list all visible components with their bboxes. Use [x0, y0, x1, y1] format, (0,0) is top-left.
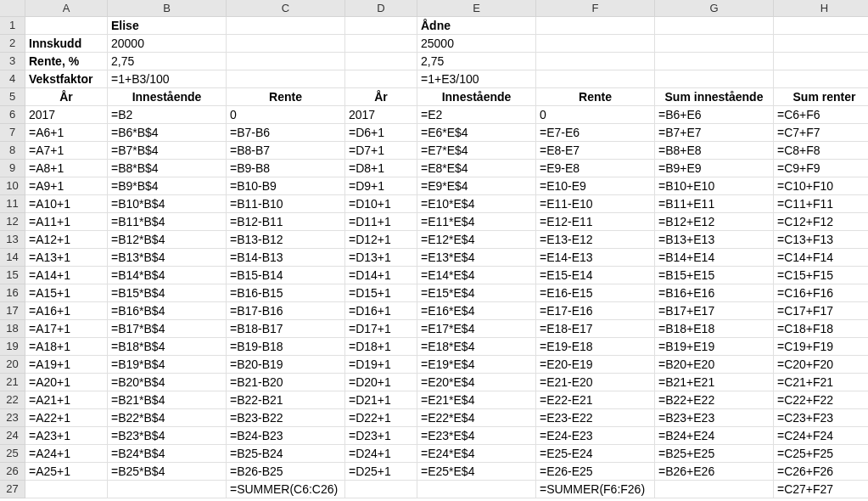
- cell-H23[interactable]: =C23+F23: [774, 409, 868, 427]
- cell-F19[interactable]: =E19-E18: [536, 338, 655, 356]
- cell-B27[interactable]: [108, 481, 227, 498]
- cell-F26[interactable]: =E26-E25: [536, 463, 655, 481]
- row-header-7[interactable]: 7: [0, 124, 25, 142]
- cell-G11[interactable]: =B11+E11: [655, 195, 774, 213]
- cell-H24[interactable]: =C24+F24: [774, 427, 868, 445]
- cell-H14[interactable]: =C14+F14: [774, 249, 868, 267]
- cell-E16[interactable]: =E15*E$4: [417, 284, 536, 302]
- row-header-26[interactable]: 26: [0, 463, 25, 481]
- cell-A6[interactable]: 2017: [25, 106, 108, 124]
- cell-F11[interactable]: =E11-E10: [536, 195, 655, 213]
- cell-E24[interactable]: =E23*E$4: [417, 427, 536, 445]
- row-header-18[interactable]: 18: [0, 320, 25, 338]
- cell-H15[interactable]: =C15+F15: [774, 267, 868, 284]
- cell-F1[interactable]: [536, 17, 655, 35]
- cell-D27[interactable]: [345, 481, 417, 498]
- cell-B11[interactable]: =B10*B$4: [108, 195, 227, 213]
- cell-C1[interactable]: [227, 17, 345, 35]
- cell-D6[interactable]: 2017: [345, 106, 417, 124]
- cell-A4[interactable]: Vekstfaktor: [25, 70, 108, 88]
- cell-G9[interactable]: =B9+E9: [655, 160, 774, 177]
- cell-G22[interactable]: =B22+E22: [655, 391, 774, 409]
- cell-H9[interactable]: =C9+F9: [774, 160, 868, 177]
- row-header-1[interactable]: 1: [0, 17, 25, 35]
- row-header-3[interactable]: 3: [0, 53, 25, 70]
- cell-B10[interactable]: =B9*B$4: [108, 177, 227, 195]
- cell-D2[interactable]: [345, 35, 417, 53]
- cell-D3[interactable]: [345, 53, 417, 70]
- row-header-25[interactable]: 25: [0, 445, 25, 463]
- cell-B2[interactable]: 20000: [108, 35, 227, 53]
- cell-C24[interactable]: =B24-B23: [227, 427, 345, 445]
- cell-D18[interactable]: =D17+1: [345, 320, 417, 338]
- cell-B15[interactable]: =B14*B$4: [108, 267, 227, 284]
- cell-H11[interactable]: =C11+F11: [774, 195, 868, 213]
- cell-C20[interactable]: =B20-B19: [227, 356, 345, 374]
- cell-A26[interactable]: =A25+1: [25, 463, 108, 481]
- cell-H10[interactable]: =C10+F10: [774, 177, 868, 195]
- cell-A8[interactable]: =A7+1: [25, 142, 108, 160]
- cell-C19[interactable]: =B19-B18: [227, 338, 345, 356]
- cell-C25[interactable]: =B25-B24: [227, 445, 345, 463]
- cell-E13[interactable]: =E12*E$4: [417, 231, 536, 249]
- cell-A16[interactable]: =A15+1: [25, 284, 108, 302]
- cell-E8[interactable]: =E7*E$4: [417, 142, 536, 160]
- cell-F12[interactable]: =E12-E11: [536, 213, 655, 231]
- cell-B14[interactable]: =B13*B$4: [108, 249, 227, 267]
- cell-E1[interactable]: Ådne: [417, 17, 536, 35]
- cell-D13[interactable]: =D12+1: [345, 231, 417, 249]
- cell-H5[interactable]: Sum renter: [774, 88, 868, 106]
- cell-G20[interactable]: =B20+E20: [655, 356, 774, 374]
- cell-H20[interactable]: =C20+F20: [774, 356, 868, 374]
- cell-G23[interactable]: =B23+E23: [655, 409, 774, 427]
- cell-C9[interactable]: =B9-B8: [227, 160, 345, 177]
- cell-F14[interactable]: =E14-E13: [536, 249, 655, 267]
- cell-C16[interactable]: =B16-B15: [227, 284, 345, 302]
- col-header-C[interactable]: C: [227, 0, 345, 17]
- row-header-23[interactable]: 23: [0, 409, 25, 427]
- cell-E15[interactable]: =E14*E$4: [417, 267, 536, 284]
- cell-E22[interactable]: =E21*E$4: [417, 391, 536, 409]
- cell-G21[interactable]: =B21+E21: [655, 374, 774, 391]
- cell-B13[interactable]: =B12*B$4: [108, 231, 227, 249]
- cell-A12[interactable]: =A11+1: [25, 213, 108, 231]
- cell-A19[interactable]: =A18+1: [25, 338, 108, 356]
- cell-A15[interactable]: =A14+1: [25, 267, 108, 284]
- cell-D9[interactable]: =D8+1: [345, 160, 417, 177]
- cell-B26[interactable]: =B25*B$4: [108, 463, 227, 481]
- cell-H7[interactable]: =C7+F7: [774, 124, 868, 142]
- cell-C15[interactable]: =B15-B14: [227, 267, 345, 284]
- cell-H21[interactable]: =C21+F21: [774, 374, 868, 391]
- cell-F16[interactable]: =E16-E15: [536, 284, 655, 302]
- cell-B7[interactable]: =B6*B$4: [108, 124, 227, 142]
- row-header-6[interactable]: 6: [0, 106, 25, 124]
- cell-H12[interactable]: =C12+F12: [774, 213, 868, 231]
- cell-C22[interactable]: =B22-B21: [227, 391, 345, 409]
- cell-D20[interactable]: =D19+1: [345, 356, 417, 374]
- cell-C2[interactable]: [227, 35, 345, 53]
- cell-A25[interactable]: =A24+1: [25, 445, 108, 463]
- cell-B23[interactable]: =B22*B$4: [108, 409, 227, 427]
- row-header-14[interactable]: 14: [0, 249, 25, 267]
- cell-D24[interactable]: =D23+1: [345, 427, 417, 445]
- row-header-2[interactable]: 2: [0, 35, 25, 53]
- cell-D22[interactable]: =D21+1: [345, 391, 417, 409]
- cell-F15[interactable]: =E15-E14: [536, 267, 655, 284]
- cell-H17[interactable]: =C17+F17: [774, 302, 868, 320]
- cell-E19[interactable]: =E18*E$4: [417, 338, 536, 356]
- cell-F10[interactable]: =E10-E9: [536, 177, 655, 195]
- cell-B3[interactable]: 2,75: [108, 53, 227, 70]
- cell-F4[interactable]: [536, 70, 655, 88]
- cell-G7[interactable]: =B7+E7: [655, 124, 774, 142]
- cell-C27[interactable]: =SUMMER(C6:C26): [227, 481, 345, 498]
- cell-A10[interactable]: =A9+1: [25, 177, 108, 195]
- cell-B18[interactable]: =B17*B$4: [108, 320, 227, 338]
- cell-G14[interactable]: =B14+E14: [655, 249, 774, 267]
- row-header-15[interactable]: 15: [0, 267, 25, 284]
- cell-H4[interactable]: [774, 70, 868, 88]
- cell-G24[interactable]: =B24+E24: [655, 427, 774, 445]
- cell-B6[interactable]: =B2: [108, 106, 227, 124]
- row-header-10[interactable]: 10: [0, 177, 25, 195]
- cell-C10[interactable]: =B10-B9: [227, 177, 345, 195]
- cell-A1[interactable]: [25, 17, 108, 35]
